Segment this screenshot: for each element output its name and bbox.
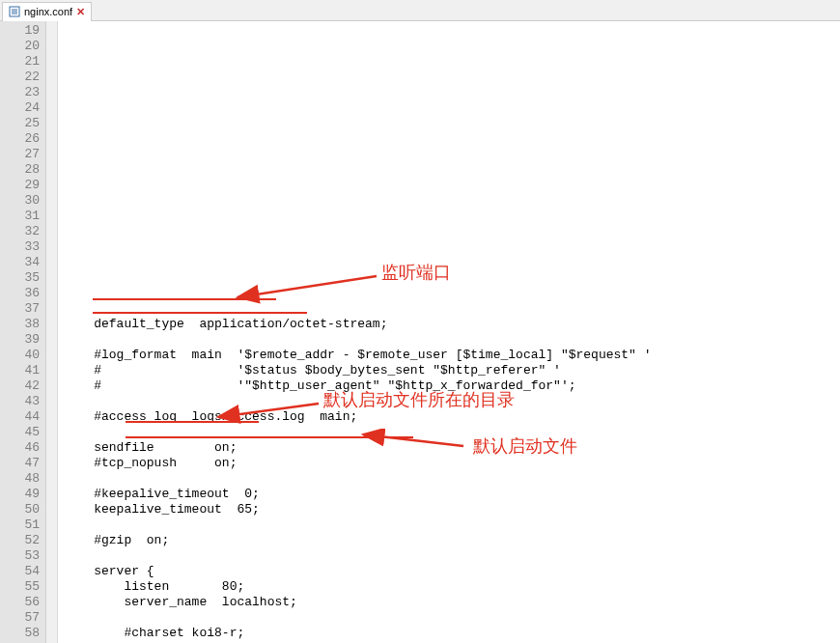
code-line: server_name localhost; — [64, 595, 840, 610]
line-number: 22 — [0, 70, 40, 85]
code-line: #log_format main '$remote_addr - $remote… — [64, 348, 840, 363]
annotation-default-file: 默认启动文件 — [473, 438, 577, 454]
line-number: 49 — [0, 487, 40, 502]
code-line — [64, 471, 840, 487]
code-line: #tcp_nopush on; — [64, 456, 840, 471]
line-number: 26 — [0, 131, 40, 147]
underline-server-name — [93, 312, 307, 314]
line-number: 34 — [0, 255, 40, 270]
file-icon — [9, 6, 20, 17]
code-line: #charset koi8-r; — [64, 626, 840, 641]
tab-close-icon[interactable]: ✕ — [76, 6, 85, 18]
line-number: 20 — [0, 39, 40, 54]
code-line — [64, 548, 840, 564]
line-number: 48 — [0, 471, 40, 487]
code-line: server { — [64, 564, 840, 579]
line-number: 32 — [0, 224, 40, 239]
line-number: 33 — [0, 239, 40, 255]
code-area[interactable]: 监听端口 默认启动文件所在的目录 默认启动文件 default_type app… — [58, 21, 840, 643]
line-number: 29 — [0, 178, 40, 193]
line-number: 39 — [0, 332, 40, 348]
line-number: 31 — [0, 209, 40, 224]
line-number: 19 — [0, 23, 40, 39]
line-number: 52 — [0, 533, 40, 548]
line-number: 51 — [0, 517, 40, 533]
line-number: 25 — [0, 116, 40, 131]
file-tab[interactable]: nginx.conf ✕ — [2, 2, 92, 21]
line-number: 35 — [0, 270, 40, 286]
line-number: 24 — [0, 100, 40, 116]
line-number: 23 — [0, 85, 40, 100]
code-line — [64, 517, 840, 533]
code-line: keepalive_timeout 65; — [64, 502, 840, 517]
code-line: listen 80; — [64, 579, 840, 595]
annotation-default-dir: 默认启动文件所在的目录 — [323, 392, 515, 407]
line-number: 40 — [0, 348, 40, 363]
svg-line-5 — [238, 276, 377, 297]
arrow-root — [212, 396, 328, 425]
line-number: 57 — [0, 610, 40, 626]
code-line — [64, 332, 840, 348]
line-number: 53 — [0, 548, 40, 564]
line-number: 58 — [0, 626, 40, 641]
arrow-listen — [232, 270, 386, 307]
code-line: #keepalive_timeout 0; — [64, 487, 840, 502]
annotation-listen-port: 监听端口 — [381, 265, 451, 280]
line-number: 28 — [0, 162, 40, 178]
line-number: 36 — [0, 286, 40, 301]
line-number: 30 — [0, 193, 40, 209]
line-number: 38 — [0, 317, 40, 332]
line-number: 27 — [0, 147, 40, 162]
line-number: 55 — [0, 579, 40, 595]
line-number: 37 — [0, 301, 40, 317]
line-number: 50 — [0, 502, 40, 517]
fold-margin — [46, 21, 58, 643]
tab-bar: nginx.conf ✕ — [0, 0, 840, 21]
svg-line-9 — [363, 434, 463, 446]
svg-line-7 — [218, 404, 319, 417]
tab-filename: nginx.conf — [24, 6, 72, 17]
code-line — [64, 610, 840, 626]
line-number: 44 — [0, 409, 40, 425]
arrow-index — [357, 429, 473, 456]
line-number-gutter: 1920212223242526272829303132333435363738… — [0, 21, 46, 643]
code-line: #gzip on; — [64, 533, 840, 548]
line-number: 41 — [0, 363, 40, 378]
line-number: 45 — [0, 425, 40, 440]
line-number: 54 — [0, 564, 40, 579]
editor-container: 1920212223242526272829303132333435363738… — [0, 21, 840, 643]
line-number: 43 — [0, 394, 40, 409]
line-number: 46 — [0, 440, 40, 456]
line-number: 21 — [0, 54, 40, 70]
line-number: 47 — [0, 456, 40, 471]
line-number: 56 — [0, 595, 40, 610]
line-number: 42 — [0, 378, 40, 394]
code-line: # '$status $body_bytes_sent "$http_refer… — [64, 363, 840, 378]
code-line: default_type application/octet-stream; — [64, 317, 840, 332]
